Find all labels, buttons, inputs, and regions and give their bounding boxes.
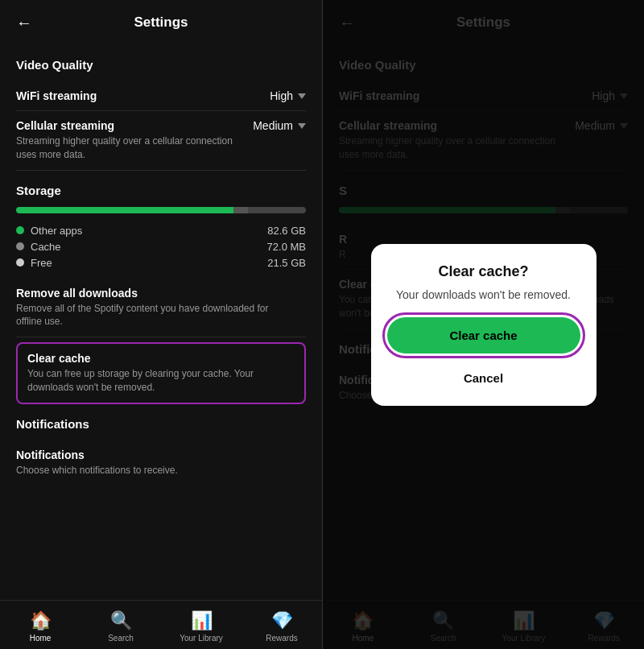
cache-legend: Cache 72.0 MB (16, 241, 306, 253)
dialog-cancel-button[interactable]: Cancel (387, 363, 580, 393)
cellular-value: Medium (253, 119, 306, 132)
free-legend: Free 21.5 GB (16, 257, 306, 269)
notifications-desc: Choose which notifications to receive. (16, 464, 296, 477)
rewards-icon: 💎 (271, 610, 293, 631)
home-icon: 🏠 (30, 610, 52, 631)
search-label: Search (108, 634, 134, 643)
rewards-label: Rewards (266, 634, 297, 643)
cellular-chevron-icon (298, 123, 306, 129)
remove-downloads-row[interactable]: Remove all downloads Remove all of the S… (16, 279, 306, 338)
free-value: 21.5 GB (267, 257, 306, 269)
nav-search[interactable]: 🔍 Search (80, 607, 161, 646)
clear-cache-label: Clear cache (27, 352, 295, 365)
other-apps-legend: Other apps 82.6 GB (16, 225, 306, 237)
storage-section: Other apps 82.6 GB Cache 72.0 MB Free 21… (16, 207, 306, 269)
cellular-streaming-row[interactable]: Cellular streaming Streaming higher qual… (16, 111, 306, 171)
other-apps-value: 82.6 GB (267, 225, 306, 237)
notifications-row[interactable]: Notifications Choose which notifications… (16, 440, 306, 486)
left-content: Video Quality WiFi streaming High Cellul… (0, 45, 322, 600)
storage-legend: Other apps 82.6 GB Cache 72.0 MB Free 21… (16, 225, 306, 269)
dialog-confirm-button[interactable]: Clear cache (387, 317, 580, 353)
cache-dot (16, 242, 24, 250)
notifications-label: Notifications (16, 449, 296, 461)
dialog-title: Clear cache? (387, 263, 580, 280)
wifi-chevron-icon (298, 93, 306, 99)
video-quality-title: Video Quality (16, 58, 306, 72)
dialog-overlay: Clear cache? Your downloads won't be rem… (323, 0, 644, 649)
left-back-button[interactable]: ← (13, 10, 35, 35)
left-bottom-nav: 🏠 Home 🔍 Search 📊 Your Library 💎 Rewards (0, 600, 322, 649)
storage-bar-used (16, 207, 233, 213)
nav-home[interactable]: 🏠 Home (0, 607, 80, 646)
left-panel: ← Settings Video Quality WiFi streaming … (0, 0, 322, 649)
remove-downloads-desc: Remove all of the Spotify content you ha… (16, 302, 296, 329)
clear-cache-row[interactable]: Clear cache You can free up storage by c… (16, 342, 306, 404)
library-icon: 📊 (191, 610, 213, 631)
free-dot (16, 258, 24, 267)
cellular-desc: Streaming higher quality over a cellular… (16, 134, 243, 162)
cache-value: 72.0 MB (267, 241, 306, 253)
cache-label: Cache (31, 241, 61, 253)
remove-downloads-label: Remove all downloads (16, 287, 296, 300)
cellular-label: Cellular streaming (16, 119, 243, 132)
library-label: Your Library (180, 634, 223, 643)
nav-rewards[interactable]: 💎 Rewards (242, 607, 322, 646)
clear-cache-desc: You can free up storage by clearing your… (27, 367, 295, 395)
other-apps-label: Other apps (31, 225, 82, 237)
dialog-message: Your downloads won't be removed. (387, 288, 580, 301)
home-label: Home (30, 634, 52, 643)
left-title: Settings (134, 14, 188, 31)
wifi-streaming-row[interactable]: WiFi streaming High (16, 81, 306, 111)
free-label: Free (31, 257, 52, 269)
storage-bar (16, 207, 306, 213)
clear-cache-dialog: Clear cache? Your downloads won't be rem… (371, 244, 597, 406)
nav-library[interactable]: 📊 Your Library (161, 607, 242, 646)
wifi-value: High (270, 89, 306, 102)
left-header: ← Settings (0, 0, 322, 45)
notifications-title: Notifications (16, 417, 306, 431)
other-apps-dot (16, 226, 24, 234)
search-icon: 🔍 (110, 610, 132, 631)
storage-bar-cache (233, 207, 248, 213)
right-panel: ← Settings Video Quality WiFi streaming … (322, 0, 644, 649)
storage-title: Storage (16, 184, 306, 197)
wifi-label: WiFi streaming (16, 89, 260, 102)
